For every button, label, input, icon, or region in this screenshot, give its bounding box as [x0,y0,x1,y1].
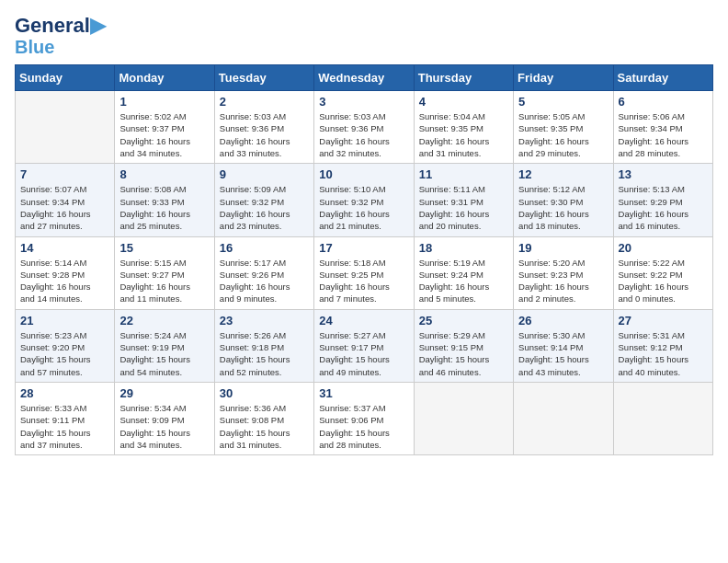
day-number: 29 [119,386,209,400]
day-info: Sunrise: 5:11 AM Sunset: 9:31 PM Dayligh… [419,183,508,232]
day-number: 10 [319,167,408,181]
day-number: 13 [619,167,708,181]
day-number: 24 [319,314,408,327]
day-info: Sunrise: 5:22 AM Sunset: 9:22 PM Dayligh… [619,257,708,305]
logo: General▶ Blue [15,15,106,57]
calendar-cell [613,382,712,454]
calendar-cell: 26Sunrise: 5:30 AM Sunset: 9:14 PM Dayli… [514,309,613,382]
calendar-cell: 1Sunrise: 5:02 AM Sunset: 9:37 PM Daylig… [115,91,214,164]
calendar-cell: 28Sunrise: 5:33 AM Sunset: 9:11 PM Dayli… [16,382,115,454]
day-info: Sunrise: 5:33 AM Sunset: 9:11 PM Dayligh… [20,402,109,451]
day-number: 26 [518,314,608,327]
day-info: Sunrise: 5:37 AM Sunset: 9:06 PM Dayligh… [319,402,408,451]
day-info: Sunrise: 5:29 AM Sunset: 9:15 PM Dayligh… [419,329,508,378]
day-info: Sunrise: 5:05 AM Sunset: 9:35 PM Dayligh… [518,110,608,159]
calendar-cell: 20Sunrise: 5:22 AM Sunset: 9:22 PM Dayli… [613,236,712,309]
day-number: 7 [20,167,109,181]
col-header-friday: Friday [514,65,613,91]
day-number: 4 [419,95,508,109]
day-number: 14 [20,241,109,255]
day-number: 23 [220,314,309,327]
calendar-week-3: 14Sunrise: 5:14 AM Sunset: 9:28 PM Dayli… [16,236,713,309]
day-info: Sunrise: 5:13 AM Sunset: 9:29 PM Dayligh… [619,183,708,232]
calendar-cell: 19Sunrise: 5:20 AM Sunset: 9:23 PM Dayli… [514,236,613,309]
day-info: Sunrise: 5:27 AM Sunset: 9:17 PM Dayligh… [319,329,408,378]
day-info: Sunrise: 5:19 AM Sunset: 9:24 PM Dayligh… [419,257,508,305]
calendar-week-4: 21Sunrise: 5:23 AM Sunset: 9:20 PM Dayli… [16,309,713,382]
calendar-cell: 25Sunrise: 5:29 AM Sunset: 9:15 PM Dayli… [414,309,513,382]
day-number: 5 [518,95,608,109]
col-header-saturday: Saturday [613,65,712,91]
day-number: 16 [220,241,309,255]
calendar-cell: 4Sunrise: 5:04 AM Sunset: 9:35 PM Daylig… [414,91,513,164]
day-number: 28 [20,386,109,400]
page-header: General▶ Blue [15,15,713,57]
calendar-week-5: 28Sunrise: 5:33 AM Sunset: 9:11 PM Dayli… [16,382,713,454]
logo-blue: Blue [15,37,54,57]
day-number: 8 [119,167,209,181]
calendar-cell: 5Sunrise: 5:05 AM Sunset: 9:35 PM Daylig… [514,91,613,164]
day-info: Sunrise: 5:07 AM Sunset: 9:34 PM Dayligh… [20,183,109,232]
calendar-cell: 3Sunrise: 5:03 AM Sunset: 9:36 PM Daylig… [314,91,414,164]
col-header-thursday: Thursday [414,65,513,91]
day-number: 19 [518,241,608,255]
calendar-cell: 31Sunrise: 5:37 AM Sunset: 9:06 PM Dayli… [314,382,414,454]
day-number: 17 [319,241,408,255]
day-info: Sunrise: 5:06 AM Sunset: 9:34 PM Dayligh… [619,110,708,159]
day-number: 6 [619,95,708,109]
calendar-cell: 11Sunrise: 5:11 AM Sunset: 9:31 PM Dayli… [414,164,513,236]
day-number: 27 [619,314,708,327]
day-info: Sunrise: 5:03 AM Sunset: 9:36 PM Dayligh… [319,110,408,159]
calendar-cell: 14Sunrise: 5:14 AM Sunset: 9:28 PM Dayli… [16,236,115,309]
calendar-cell: 8Sunrise: 5:08 AM Sunset: 9:33 PM Daylig… [115,164,214,236]
day-info: Sunrise: 5:10 AM Sunset: 9:32 PM Dayligh… [319,183,408,232]
calendar-week-1: 1Sunrise: 5:02 AM Sunset: 9:37 PM Daylig… [16,91,713,164]
calendar-cell: 18Sunrise: 5:19 AM Sunset: 9:24 PM Dayli… [414,236,513,309]
calendar-cell: 16Sunrise: 5:17 AM Sunset: 9:26 PM Dayli… [214,236,313,309]
calendar-cell: 29Sunrise: 5:34 AM Sunset: 9:09 PM Dayli… [115,382,214,454]
day-info: Sunrise: 5:31 AM Sunset: 9:12 PM Dayligh… [619,329,708,378]
col-header-wednesday: Wednesday [314,65,414,91]
day-number: 9 [220,167,309,181]
day-number: 2 [220,95,309,109]
day-info: Sunrise: 5:09 AM Sunset: 9:32 PM Dayligh… [220,183,309,232]
col-header-monday: Monday [115,65,214,91]
day-info: Sunrise: 5:03 AM Sunset: 9:36 PM Dayligh… [220,110,309,159]
calendar-cell: 21Sunrise: 5:23 AM Sunset: 9:20 PM Dayli… [16,309,115,382]
calendar-cell: 12Sunrise: 5:12 AM Sunset: 9:30 PM Dayli… [514,164,613,236]
day-number: 18 [419,241,508,255]
calendar-cell: 22Sunrise: 5:24 AM Sunset: 9:19 PM Dayli… [115,309,214,382]
day-info: Sunrise: 5:36 AM Sunset: 9:08 PM Dayligh… [220,402,309,451]
day-number: 20 [619,241,708,255]
day-number: 3 [319,95,408,109]
day-info: Sunrise: 5:30 AM Sunset: 9:14 PM Dayligh… [518,329,608,378]
day-info: Sunrise: 5:18 AM Sunset: 9:25 PM Dayligh… [319,257,408,305]
calendar-cell: 27Sunrise: 5:31 AM Sunset: 9:12 PM Dayli… [613,309,712,382]
calendar-header-row: SundayMondayTuesdayWednesdayThursdayFrid… [16,65,713,91]
calendar-cell: 30Sunrise: 5:36 AM Sunset: 9:08 PM Dayli… [214,382,313,454]
calendar-cell: 23Sunrise: 5:26 AM Sunset: 9:18 PM Dayli… [214,309,313,382]
day-number: 30 [220,386,309,400]
calendar-cell: 7Sunrise: 5:07 AM Sunset: 9:34 PM Daylig… [16,164,115,236]
calendar-cell: 24Sunrise: 5:27 AM Sunset: 9:17 PM Dayli… [314,309,414,382]
calendar-week-2: 7Sunrise: 5:07 AM Sunset: 9:34 PM Daylig… [16,164,713,236]
calendar-cell: 2Sunrise: 5:03 AM Sunset: 9:36 PM Daylig… [214,91,313,164]
day-number: 22 [119,314,209,327]
day-info: Sunrise: 5:24 AM Sunset: 9:19 PM Dayligh… [119,329,209,378]
day-number: 15 [119,241,209,255]
day-number: 21 [20,314,109,327]
calendar-cell: 13Sunrise: 5:13 AM Sunset: 9:29 PM Dayli… [613,164,712,236]
col-header-sunday: Sunday [16,65,115,91]
day-info: Sunrise: 5:08 AM Sunset: 9:33 PM Dayligh… [119,183,209,232]
logo-text: General▶ [15,15,106,37]
calendar-cell: 9Sunrise: 5:09 AM Sunset: 9:32 PM Daylig… [214,164,313,236]
day-info: Sunrise: 5:17 AM Sunset: 9:26 PM Dayligh… [220,257,309,305]
day-info: Sunrise: 5:15 AM Sunset: 9:27 PM Dayligh… [119,257,209,305]
calendar-cell: 6Sunrise: 5:06 AM Sunset: 9:34 PM Daylig… [613,91,712,164]
calendar-table: SundayMondayTuesdayWednesdayThursdayFrid… [15,64,713,455]
day-info: Sunrise: 5:02 AM Sunset: 9:37 PM Dayligh… [119,110,209,159]
day-info: Sunrise: 5:12 AM Sunset: 9:30 PM Dayligh… [518,183,608,232]
calendar-cell [414,382,513,454]
day-number: 12 [518,167,608,181]
calendar-cell: 10Sunrise: 5:10 AM Sunset: 9:32 PM Dayli… [314,164,414,236]
